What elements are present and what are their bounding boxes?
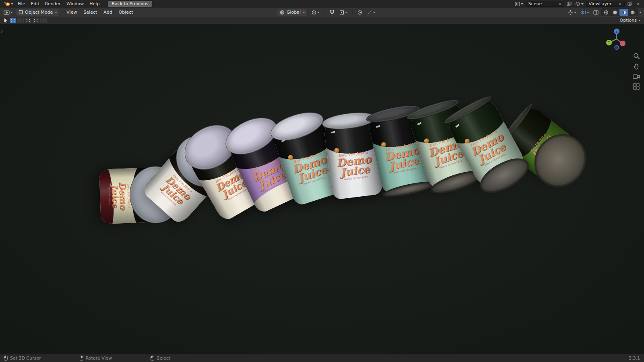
cans-layer: Hey, I'm Just aDemoJuiceWanna be real ju… — [0, 24, 644, 354]
copy-icon — [567, 2, 572, 6]
chevron-down-icon — [11, 3, 13, 6]
orientation-selector[interactable]: Global — [277, 9, 308, 16]
select-mode-intersect-button[interactable] — [40, 18, 47, 23]
select-mode-invert-button[interactable] — [33, 18, 39, 23]
shading-controls — [567, 8, 642, 16]
pivot-icon — [312, 10, 316, 15]
select-mode-extend-button[interactable] — [17, 18, 24, 23]
zoom-icon[interactable] — [633, 53, 640, 60]
remove-viewlayer-icon[interactable]: ✕ — [619, 2, 622, 6]
viewlayer-name-field[interactable]: ViewLayer ✕ — [586, 1, 625, 7]
shading-material-button[interactable] — [619, 9, 628, 16]
shading-wireframe-button[interactable] — [602, 9, 611, 16]
separator — [324, 10, 325, 15]
add-viewlayer-icon — [627, 2, 632, 6]
menu-add[interactable]: Add — [100, 9, 115, 15]
show-overlays-button[interactable] — [579, 10, 590, 15]
separator — [352, 10, 353, 15]
unlink-scene-icon[interactable]: ✕ — [558, 2, 561, 6]
proportional-editing-toggle[interactable] — [356, 10, 363, 15]
pan-hand-icon[interactable] — [633, 63, 640, 70]
chevron-down-icon — [638, 20, 641, 23]
chevron-down-icon — [10, 12, 13, 14]
xray-icon — [593, 10, 599, 15]
proportional-falloff-button[interactable] — [366, 10, 377, 15]
hint-label: Select — [157, 356, 170, 361]
select-subtract-icon — [27, 19, 30, 22]
select-mode-subtract-button[interactable] — [25, 18, 31, 23]
chevron-down-icon — [521, 3, 523, 6]
new-scene-button[interactable] — [566, 1, 573, 7]
menu-edit[interactable]: Edit — [28, 1, 42, 7]
overlays-icon — [580, 10, 586, 15]
shading-rendered-button[interactable] — [628, 9, 637, 16]
axis-x-ball[interactable] — [620, 41, 625, 46]
back-to-previous-button[interactable]: Back to Previous — [108, 1, 152, 7]
camera-view-icon[interactable] — [633, 74, 640, 80]
snap-settings-button[interactable] — [338, 10, 349, 15]
select-intersect-icon — [42, 19, 45, 22]
toggle-grid-icon[interactable] — [633, 83, 640, 90]
mode-selector[interactable]: Object Mode — [16, 9, 60, 16]
menu-view[interactable]: View — [63, 9, 80, 15]
viewlayer-browse-button[interactable] — [574, 1, 585, 7]
status-bar: Set 3D Cursor Rotate View Select 3.3.1 — [0, 354, 644, 362]
menu-window[interactable]: Window — [64, 1, 87, 7]
viewport-side-controls — [633, 53, 640, 90]
object-mode-icon — [19, 10, 23, 14]
viewlayer-icon — [575, 2, 580, 6]
navigation-gizmo[interactable]: Z Y — [605, 27, 629, 51]
new-viewlayer-button[interactable] — [626, 2, 634, 6]
select-extend-icon — [19, 19, 22, 22]
active-tool-cursor-icon — [3, 18, 8, 23]
left-mouse-icon — [151, 356, 154, 361]
show-gizmo-button[interactable] — [567, 9, 578, 15]
chevron-down-icon — [345, 12, 347, 14]
options-label: Options — [620, 18, 637, 23]
mode-label: Object Mode — [25, 10, 53, 15]
hint-select: Select — [151, 356, 170, 361]
left-mouse-icon — [4, 356, 8, 361]
chevron-down-icon — [574, 12, 576, 14]
options-dropdown[interactable]: Options — [620, 18, 641, 23]
shading-mode-group — [601, 8, 638, 16]
axis-minus-z-ball[interactable] — [615, 45, 619, 49]
chevron-down-icon — [587, 12, 589, 14]
editor-type-button[interactable] — [2, 9, 14, 16]
close-icon[interactable]: ✕ — [635, 2, 642, 6]
snap-toggle[interactable] — [328, 9, 336, 15]
menu-object[interactable]: Object — [116, 9, 136, 15]
scene-name-field[interactable]: Scene ✕ — [526, 1, 564, 7]
hint-set-3d-cursor: Set 3D Cursor — [4, 356, 41, 361]
toggle-xray-button[interactable] — [592, 10, 600, 15]
gizmo-icon — [568, 10, 573, 15]
global-orientation-icon — [280, 10, 285, 15]
app-menu-button[interactable] — [2, 1, 15, 6]
topbar-right: Scene ✕ ViewLayer ✕ — [514, 1, 642, 7]
material-preview-icon — [621, 10, 626, 15]
rendered-icon — [630, 10, 635, 15]
blender-window: File Edit Render Window Help Back to Pre… — [0, 0, 644, 362]
hint-rotate-view: Rotate View — [80, 356, 112, 361]
menu-help[interactable]: Help — [87, 1, 102, 7]
3d-viewport[interactable]: › Hey, I'm Just aDemoJuiceWanna be real … — [0, 24, 644, 354]
viewport-header: Object Mode View Select Add Object Globa… — [0, 8, 644, 17]
menu-render[interactable]: Render — [42, 1, 64, 7]
tool-settings-bar: Options — [0, 17, 644, 24]
scene-icon — [515, 2, 520, 6]
select-mode-new-button[interactable] — [10, 18, 16, 23]
blender-logo-icon — [4, 1, 10, 6]
shading-dropdown-icon[interactable] — [639, 12, 642, 14]
chevron-down-icon — [373, 12, 376, 14]
pivot-point-button[interactable] — [310, 10, 321, 15]
falloff-curve-icon — [367, 10, 372, 15]
menu-file[interactable]: File — [15, 1, 28, 7]
viewlayer-name: ViewLayer — [589, 1, 612, 6]
wireframe-icon — [604, 10, 609, 15]
menu-select[interactable]: Select — [80, 9, 100, 15]
topbar: File Edit Render Window Help Back to Pre… — [0, 0, 644, 8]
hint-label: Rotate View — [86, 356, 112, 361]
shading-solid-button[interactable] — [611, 9, 619, 16]
orientation-label: Global — [287, 10, 301, 15]
scene-browse-button[interactable] — [514, 1, 524, 7]
